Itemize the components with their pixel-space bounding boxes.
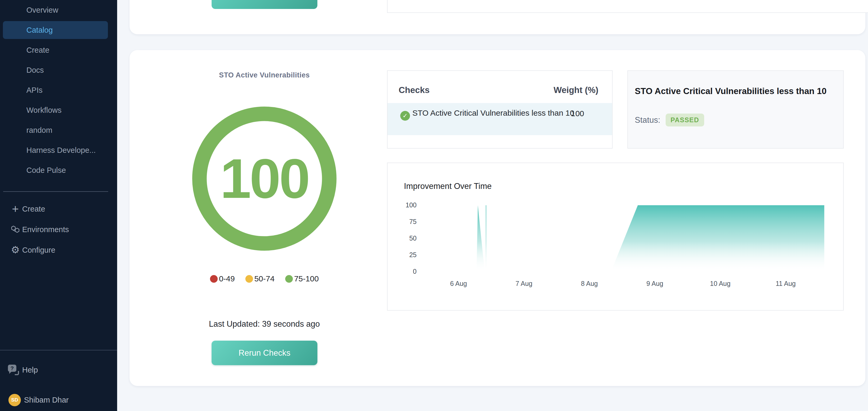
sidebar-item-random[interactable]: random <box>0 120 117 140</box>
checks-panel: Checks Weight (%) ✓ STO Active Critical … <box>387 70 613 148</box>
status-row: Status: PASSED <box>635 113 704 127</box>
check-passed-icon: ✓ <box>400 111 410 121</box>
weight-header: Weight (%) <box>554 85 598 95</box>
sidebar-action-label: Create <box>0 205 45 213</box>
help-chat-icon: ? <box>8 364 20 376</box>
score-gauge: 100 <box>191 106 337 251</box>
improvement-area-series <box>445 205 824 272</box>
rerun-checks-button[interactable]: Rerun Checks <box>212 341 317 365</box>
sidebar-item-workflows[interactable]: Workflows <box>0 100 117 120</box>
x-tick-label: 8 Aug <box>568 280 611 287</box>
sidebar-action-configure[interactable]: ⚙Configure <box>0 240 117 260</box>
sidebar-footer-divider <box>0 350 117 350</box>
check-row[interactable]: ✓ STO Active Critical Vulnerabilities le… <box>388 103 612 135</box>
score-legend: 0-4950-7475-100 <box>159 273 370 284</box>
x-tick-label: 11 Aug <box>765 280 807 287</box>
status-label: Status: <box>635 115 660 125</box>
x-tick-label: 10 Aug <box>699 280 741 287</box>
user-name: Shibam Dhar <box>24 396 69 404</box>
sidebar-divider <box>3 191 108 192</box>
y-tick-label: 50 <box>393 235 416 242</box>
legend-item-75-100: 75-100 <box>285 274 319 283</box>
y-tick-label: 0 <box>393 268 416 275</box>
x-tick-label: 9 Aug <box>634 280 676 287</box>
sidebar-action-label: Configure <box>0 246 55 254</box>
sidebar-item-apis[interactable]: APIs <box>0 80 117 100</box>
previous-rerun-button-fragment[interactable] <box>212 0 317 9</box>
hexagons-icon <box>10 224 21 235</box>
sidebar: OverviewCatalogCreateDocsAPIsWorkflowsra… <box>0 0 117 411</box>
legend-label: 75-100 <box>294 274 319 283</box>
sidebar-item-overview[interactable]: Overview <box>0 0 117 20</box>
sidebar-action-create[interactable]: +Create <box>0 199 117 219</box>
user-menu[interactable]: SD Shibam Dhar <box>0 392 117 408</box>
previous-scorecard-card <box>129 0 865 34</box>
gear-icon: ⚙ <box>10 245 21 255</box>
sidebar-item-code-pulse[interactable]: Code Pulse <box>0 160 117 180</box>
legend-dot-icon <box>210 275 218 283</box>
previous-checks-panel-fragment <box>387 0 868 13</box>
sidebar-nav: OverviewCatalogCreateDocsAPIsWorkflowsra… <box>0 0 117 180</box>
help-label: Help <box>22 366 38 374</box>
improvement-area-chart <box>388 163 843 310</box>
sidebar-item-create[interactable]: Create <box>0 40 117 60</box>
y-tick-label: 75 <box>393 218 416 226</box>
x-tick-label: 6 Aug <box>437 280 479 287</box>
gauge-score-value: 100 <box>191 106 337 251</box>
improvement-panel: Improvement Over Time 1007550250 6 Aug7 … <box>387 163 844 311</box>
check-weight-value: 100 <box>571 109 584 118</box>
gauge-title: STO Active Vulnerabilities <box>172 71 357 79</box>
sidebar-action-environments[interactable]: Environments <box>0 219 117 240</box>
check-status-title: STO Active Critical Vulnerabilities less… <box>635 86 827 96</box>
help-button[interactable]: ? Help <box>0 361 117 379</box>
y-tick-label: 100 <box>393 201 416 209</box>
check-name: STO Active Critical Vulnerabilities less… <box>412 107 576 118</box>
scorecard-card: STO Active Vulnerabilities 100 0-4950-74… <box>129 50 865 386</box>
avatar: SD <box>8 394 21 406</box>
legend-dot-icon <box>285 275 293 283</box>
last-updated-text: Last Updated: 39 seconds ago <box>159 319 370 329</box>
check-status-panel: STO Active Critical Vulnerabilities less… <box>627 70 844 148</box>
legend-label: 50-74 <box>254 274 275 283</box>
legend-item-0-49: 0-49 <box>210 274 235 283</box>
sidebar-actions: +CreateEnvironments⚙Configure <box>0 199 117 260</box>
sidebar-item-catalog[interactable]: Catalog <box>0 20 117 40</box>
legend-item-50-74: 50-74 <box>245 274 275 283</box>
status-badge: PASSED <box>665 113 704 127</box>
sidebar-item-harness-develope[interactable]: Harness Develope... <box>0 140 117 160</box>
legend-label: 0-49 <box>219 274 235 283</box>
plus-icon: + <box>10 204 21 214</box>
x-tick-label: 7 Aug <box>503 280 545 287</box>
scorecard-page: OverviewCatalogCreateDocsAPIsWorkflowsra… <box>0 0 868 411</box>
sidebar-item-docs[interactable]: Docs <box>0 60 117 80</box>
checks-header: Checks <box>399 85 430 95</box>
legend-dot-icon <box>245 275 253 283</box>
y-tick-label: 25 <box>393 251 416 259</box>
